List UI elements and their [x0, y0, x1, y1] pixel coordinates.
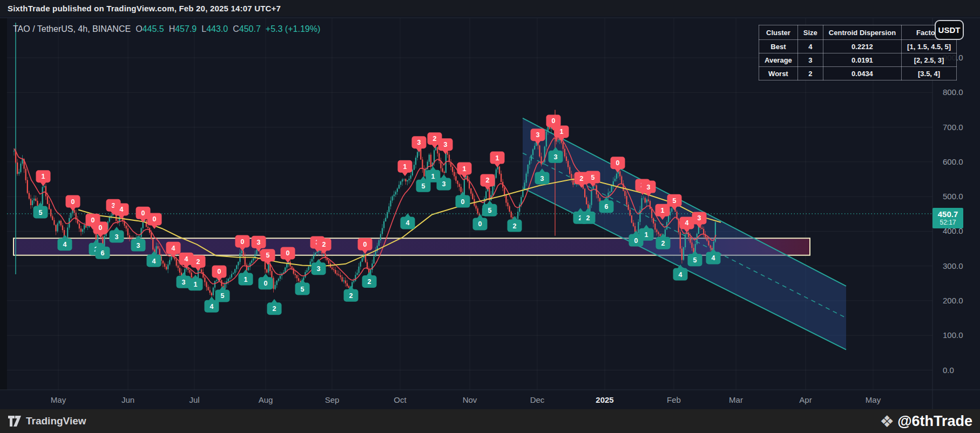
svg-text:3: 3 — [647, 184, 651, 191]
svg-text:5: 5 — [39, 209, 43, 216]
time-axis-label: May — [866, 395, 881, 404]
svg-text:0: 0 — [141, 209, 145, 217]
table-cell: 4 — [797, 40, 823, 53]
svg-text:3: 3 — [554, 153, 558, 161]
svg-text:1: 1 — [194, 281, 198, 288]
svg-text:5: 5 — [301, 286, 305, 293]
svg-text:0: 0 — [461, 198, 465, 206]
svg-text:1: 1 — [661, 207, 665, 214]
binance-diamond-icon: ❖ — [880, 412, 894, 431]
table-header: Size — [797, 25, 823, 40]
svg-text:0: 0 — [478, 220, 482, 228]
svg-text:3: 3 — [257, 239, 261, 246]
author-watermark: ❖ @6thTrade — [880, 412, 972, 431]
svg-text:2: 2 — [586, 214, 590, 222]
time-axis-label: Jul — [189, 395, 199, 404]
ohlc-key-L: L — [201, 24, 206, 33]
svg-text:3: 3 — [115, 233, 119, 241]
time-axis-label: May — [51, 395, 66, 404]
ohlc-value-C: 450.7 — [239, 24, 261, 33]
svg-text:2: 2 — [197, 258, 200, 266]
svg-text:0: 0 — [153, 215, 157, 223]
tradingview-brand[interactable]: TradingView — [8, 415, 86, 427]
svg-text:0: 0 — [616, 159, 620, 167]
svg-text:5: 5 — [488, 207, 492, 214]
svg-text:3: 3 — [698, 214, 701, 222]
svg-text:3: 3 — [536, 131, 540, 139]
time-axis-label: Nov — [463, 395, 477, 404]
currency-label: USDT — [938, 25, 961, 35]
svg-text:0: 0 — [218, 268, 221, 275]
svg-text:1: 1 — [431, 173, 435, 180]
table-cell: 0.0191 — [823, 53, 901, 67]
table-cell: Best — [759, 40, 798, 53]
svg-text:3: 3 — [540, 175, 544, 182]
ohlc-key-O: O — [136, 24, 142, 33]
symbol-legend[interactable]: TAO / TetherUS, 4h, BINANCEO445.5H457.9L… — [13, 24, 320, 34]
table-cell: 0.2212 — [823, 40, 901, 53]
svg-text:5: 5 — [591, 174, 595, 181]
svg-text:1: 1 — [496, 154, 499, 162]
price-axis-label: 0.0 — [943, 366, 954, 375]
svg-text:3: 3 — [442, 180, 446, 188]
ohlc-key-H: H — [169, 24, 175, 33]
svg-text:4: 4 — [185, 255, 188, 263]
publish-bar: SixthTrade published on TradingView.com,… — [0, 0, 980, 16]
svg-text:2: 2 — [322, 241, 326, 248]
svg-text:2: 2 — [580, 175, 584, 182]
svg-text:0: 0 — [634, 237, 638, 245]
svg-text:0: 0 — [71, 198, 75, 206]
svg-text:2: 2 — [368, 278, 371, 286]
author-handle: @6thTrade — [897, 413, 972, 430]
ohlc-value-L: 443.0 — [206, 24, 228, 33]
symbol-title: TAO / TetherUS, 4h, BINANCE — [13, 24, 131, 33]
svg-text:4: 4 — [172, 245, 175, 252]
svg-text:0: 0 — [99, 224, 103, 232]
svg-text:3: 3 — [182, 279, 186, 286]
svg-text:4: 4 — [120, 206, 124, 213]
svg-text:6: 6 — [605, 203, 609, 211]
svg-text:2: 2 — [273, 305, 276, 313]
svg-text:5: 5 — [693, 256, 697, 264]
svg-text:1: 1 — [645, 231, 648, 239]
svg-text:5: 5 — [422, 182, 425, 190]
table-cell: 2 — [797, 67, 823, 80]
bar-countdown: 52:17 — [940, 219, 956, 226]
svg-text:4: 4 — [406, 219, 410, 227]
svg-text:1: 1 — [42, 173, 45, 180]
tradingview-label: TradingView — [26, 415, 86, 427]
price-axis-label: 100.0 — [943, 330, 963, 340]
table-row: Best40.2212[1, 1.5, 4.5, 5] — [759, 40, 957, 53]
ohlc-value-H: 457.9 — [175, 24, 197, 33]
table-cell: Average — [759, 53, 798, 67]
time-axis-label: 2025 — [596, 395, 613, 404]
svg-text:1: 1 — [463, 165, 467, 173]
cluster-stats-table: ClusterSizeCentroid DispersionFactors Be… — [759, 25, 957, 80]
svg-text:0: 0 — [552, 117, 556, 125]
time-axis-label: Feb — [667, 395, 681, 404]
time-axis-label: Jun — [121, 395, 134, 404]
svg-text:2: 2 — [661, 240, 665, 247]
time-axis-label: Dec — [530, 395, 545, 404]
table-header: Centroid Dispersion — [823, 25, 901, 40]
svg-text:4: 4 — [210, 303, 214, 310]
price-axis-label: 200.0 — [943, 296, 963, 305]
publish-text: SixthTrade published on TradingView.com,… — [8, 4, 281, 13]
svg-text:4: 4 — [685, 219, 689, 227]
svg-text:3: 3 — [417, 139, 421, 146]
currency-toggle-button[interactable]: USDT — [935, 20, 964, 40]
svg-text:3: 3 — [317, 265, 321, 273]
svg-text:1: 1 — [244, 276, 248, 283]
ohlc-key-C: C — [233, 24, 239, 33]
svg-text:5: 5 — [221, 292, 225, 300]
svg-text:0: 0 — [241, 238, 245, 246]
price-axis-label: 300.0 — [943, 261, 963, 270]
svg-text:2: 2 — [433, 135, 437, 143]
svg-text:0: 0 — [286, 249, 290, 257]
svg-text:4: 4 — [152, 258, 156, 265]
time-axis-label: Oct — [394, 395, 407, 404]
svg-text:5: 5 — [673, 197, 677, 205]
svg-text:3: 3 — [137, 242, 140, 249]
svg-text:0: 0 — [363, 241, 367, 248]
current-price-badge[interactable]: 450.7 52:17 — [932, 208, 963, 228]
